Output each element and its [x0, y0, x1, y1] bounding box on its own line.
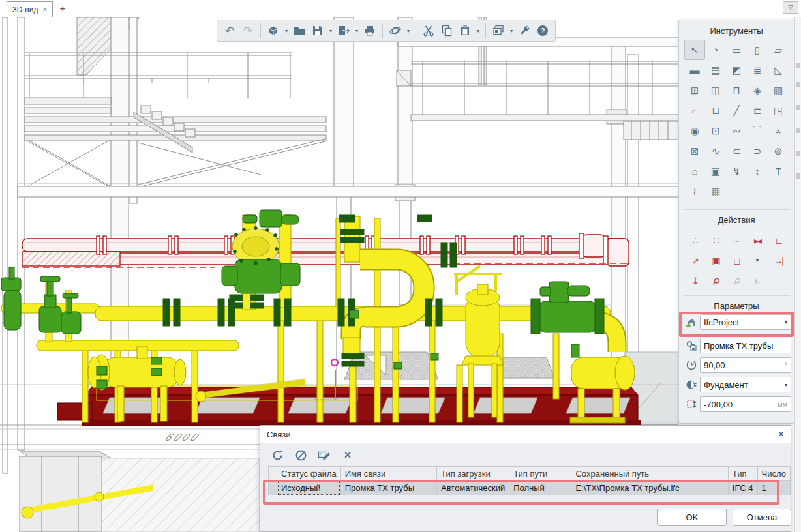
tool-ramp[interactable]: ◺	[768, 60, 789, 80]
undo-icon[interactable]: ↶	[221, 22, 238, 39]
tool-plate[interactable]: ⌐	[684, 100, 705, 121]
tool-beam[interactable]: ▱	[768, 40, 789, 60]
views-caret-icon[interactable]: ▾	[508, 28, 515, 34]
tool-profile[interactable]: ⊏	[747, 100, 768, 121]
cell-load-type[interactable]: Автоматический	[437, 481, 509, 495]
action-reattach[interactable]: ↧	[684, 271, 705, 291]
tool-line[interactable]: ╱	[726, 100, 747, 121]
model-cube-icon[interactable]	[265, 22, 282, 39]
cell-path-type[interactable]: Полный	[509, 481, 571, 495]
panel-menu-button[interactable]: ▽	[783, 1, 798, 14]
table-row[interactable]: Исходный Промка ТХ трубы Автоматический …	[269, 481, 791, 495]
cell-file-status[interactable]: Исходный	[277, 481, 341, 495]
tool-socket[interactable]: ⊚	[768, 141, 789, 161]
tool-text[interactable]: T	[768, 161, 789, 181]
tool-furniture[interactable]: Π	[726, 80, 747, 100]
tool-duct[interactable]: ⊃	[747, 141, 768, 161]
level-select[interactable]: Фундамент ▾	[700, 377, 791, 392]
action-trim[interactable]: →|	[768, 250, 789, 271]
model-cube-caret-icon[interactable]: ▾	[283, 28, 290, 34]
tool-light-fixture[interactable]: ⌂	[684, 161, 705, 181]
orbit-caret-icon[interactable]: ▾	[405, 28, 412, 34]
cell-saved-path[interactable]: E:\TX\Промка ТХ трубы.ifc	[571, 481, 728, 495]
add-tab-button[interactable]: +	[56, 2, 69, 15]
help-icon[interactable]: ?	[534, 22, 551, 39]
copy-icon[interactable]	[438, 22, 455, 39]
paste-caret-icon[interactable]: ▾	[475, 28, 481, 34]
redo-icon[interactable]: ↷	[239, 22, 256, 39]
col-saved-path[interactable]: Сохраненный путь	[571, 467, 728, 481]
tool-pipe-fittings[interactable]: ∾	[726, 121, 747, 141]
cut-icon[interactable]	[420, 22, 437, 39]
action-distribute[interactable]: ∷	[705, 230, 726, 250]
action-transform[interactable]: ◻	[726, 250, 747, 271]
tool-roof[interactable]: ◩	[726, 60, 747, 80]
tool-duct-fittings[interactable]: ∿	[705, 141, 726, 161]
ok-button[interactable]: OK	[657, 509, 727, 526]
paste-icon[interactable]	[457, 22, 474, 39]
tool-column[interactable]: ▯	[747, 40, 768, 60]
tool-image[interactable]: ▨	[768, 80, 789, 100]
action-copy[interactable]: ▣	[705, 250, 726, 271]
print-icon[interactable]	[361, 22, 378, 39]
offset-field[interactable]: -700,00 мм	[700, 396, 791, 412]
export-caret-icon[interactable]: ▾	[354, 28, 360, 34]
tool-duct-elbow[interactable]: ⊂	[726, 141, 747, 161]
block-icon[interactable]	[293, 447, 309, 463]
delete-icon[interactable]: ×	[340, 447, 355, 463]
action-pin[interactable]: ⚲	[705, 271, 726, 291]
row-selector-header[interactable]	[269, 467, 277, 481]
tool-equipment[interactable]: ⊡	[705, 121, 726, 141]
tool-window[interactable]: ⊞	[684, 80, 705, 100]
row-selector[interactable]	[269, 481, 277, 495]
col-load-type[interactable]: Тип загрузки	[437, 467, 509, 481]
tool-solid[interactable]: ◈	[747, 80, 768, 100]
cell-type[interactable]: IFC 4	[728, 481, 757, 495]
tool-ceiling[interactable]: ▤	[705, 60, 726, 80]
tool-pipe-elbow[interactable]: ⌒	[747, 121, 768, 141]
tool-stairs[interactable]: ≣	[747, 60, 768, 80]
link-name-field[interactable]: Промка ТХ трубы	[700, 338, 791, 353]
action-rotate[interactable]: ∟	[768, 230, 789, 250]
tool-electric-panel[interactable]: ▣	[705, 161, 726, 181]
open-icon[interactable]	[291, 22, 308, 39]
cell-count[interactable]: 1	[757, 481, 790, 495]
orbit-icon[interactable]	[387, 22, 404, 39]
tool-plumbing-fixture[interactable]: ◉	[684, 121, 705, 141]
tool-route[interactable]: ≀	[684, 181, 705, 201]
views-icon[interactable]	[490, 22, 507, 39]
action-measure-angle[interactable]: ⊾	[747, 271, 768, 291]
tool-air-terminal[interactable]: ⊠	[684, 141, 705, 161]
action-mirror[interactable]: ▸◂	[747, 230, 768, 250]
tool-floor[interactable]: ▬	[684, 60, 705, 80]
tool-select[interactable]: ↖	[684, 40, 705, 60]
action-edit-nodes[interactable]: ∴	[684, 230, 705, 250]
tool-foundation[interactable]: ⊔	[705, 100, 726, 121]
rotation-angle-field[interactable]: 90,00 °	[700, 357, 791, 373]
save-icon[interactable]	[309, 22, 326, 39]
col-file-status[interactable]: ˆСтатус файла	[277, 467, 341, 481]
export-icon[interactable]	[335, 22, 352, 39]
col-count[interactable]: Число	[757, 467, 790, 481]
tool-wall[interactable]: ▭	[726, 40, 747, 60]
action-move[interactable]: ↗	[684, 250, 705, 271]
action-array[interactable]: ⋯	[726, 230, 747, 250]
col-link-name[interactable]: Имя связи	[340, 467, 436, 481]
settings-wrench-icon[interactable]	[516, 22, 533, 39]
action-transform-caret[interactable]: ▾	[747, 250, 768, 271]
tool-measure[interactable]: ◔	[705, 40, 726, 60]
save-caret-icon[interactable]: ▾	[327, 28, 334, 34]
tool-hatch[interactable]: ▧	[705, 181, 726, 201]
ifc-entity-select[interactable]: IfcProject ▾	[700, 314, 791, 330]
tool-dimension[interactable]: ↕	[747, 161, 768, 181]
cell-link-name[interactable]: Промка ТХ трубы	[340, 481, 436, 495]
col-path-type[interactable]: Тип пути	[509, 467, 571, 481]
tool-door[interactable]: ◫	[705, 80, 726, 100]
tab-close-icon[interactable]: ×	[42, 5, 47, 14]
col-type[interactable]: Тип	[728, 467, 757, 481]
edit-path-icon[interactable]: C:	[316, 447, 332, 463]
tab-3d-view[interactable]: 3D-вид ×	[7, 1, 53, 17]
dialog-titlebar[interactable]: Связи ×	[260, 426, 791, 443]
action-unpin[interactable]: ⚲	[726, 271, 747, 291]
cancel-button[interactable]: Отмена	[733, 509, 791, 526]
